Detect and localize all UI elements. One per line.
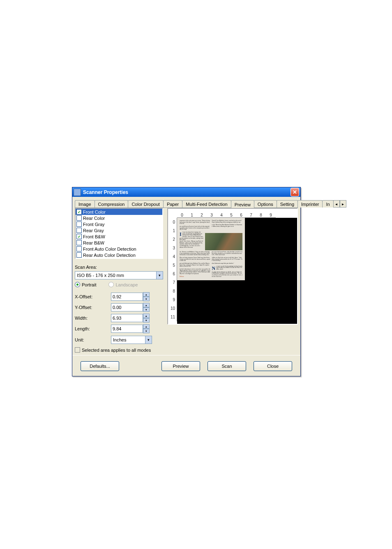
window-title: Scanner Properties (83, 189, 128, 195)
scan-area-group: Scan Area: ISO B5 - 176 x 250 mm ▾ Portr… (75, 265, 163, 353)
tab-strip: Image Compression Color Dropout Paper Mu… (75, 198, 298, 208)
tab-imprinter[interactable]: Imprinter (297, 200, 323, 208)
ruler-tick: 5 (168, 261, 177, 270)
tab-paper[interactable]: Paper (163, 200, 182, 208)
close-button[interactable]: Close (254, 361, 292, 371)
image-mode-label: Front Auto Color Detection (83, 247, 136, 251)
tab-preview[interactable]: Preview (231, 200, 254, 208)
y-offset-input[interactable]: 0.00 (111, 303, 143, 311)
all-modes-checkbox-row[interactable]: Selected area applies to all modes (75, 347, 163, 353)
spin-up-icon[interactable]: ▴ (143, 314, 150, 318)
close-icon[interactable]: ✕ (291, 188, 299, 196)
radio-label: Landscape (115, 282, 138, 287)
image-mode-rear-color[interactable]: Rear Color (76, 215, 162, 221)
spin-down-icon[interactable]: ▾ (143, 329, 150, 333)
chevron-down-icon[interactable]: ▾ (145, 336, 152, 344)
checkbox-icon[interactable] (76, 228, 82, 233)
image-mode-front-gray[interactable]: Front Gray (76, 221, 162, 227)
checkbox-icon[interactable] (76, 221, 82, 227)
image-mode-front-auto[interactable]: Front Auto Color Detection (76, 246, 162, 252)
tab-more[interactable]: In (322, 200, 333, 208)
defaults-button[interactable]: Defaults... (81, 361, 119, 371)
unit-label: Unit: (75, 337, 111, 342)
all-modes-label: Selected area applies to all modes (82, 348, 151, 353)
y-offset-spinner[interactable]: ▴▾ (143, 303, 150, 312)
spin-up-icon[interactable]: ▴ (143, 292, 150, 297)
width-input[interactable]: 6.93 (111, 314, 143, 322)
dialog-body: ✔ Front Color Rear Color Front Gray Rear… (72, 208, 300, 355)
unit-value: Inches (111, 337, 145, 342)
unit-select[interactable]: Inches ▾ (111, 336, 152, 344)
length-label: Length: (75, 326, 111, 331)
ruler-tick: 8 (168, 287, 177, 295)
image-mode-label: Front Color (83, 210, 106, 215)
image-mode-front-color[interactable]: ✔ Front Color (76, 209, 162, 215)
tab-compression[interactable]: Compression (95, 200, 129, 208)
ruler-tick: 10 (168, 304, 177, 313)
dimensions-grid: X-Offset: 0.92 ▴▾ Y-Offset: 0.00 ▴▾ Widt… (75, 292, 163, 333)
width-spinner[interactable]: ▴▾ (143, 314, 150, 323)
titlebar: Scanner Properties ✕ (72, 187, 300, 197)
ruler-tick: 6 (236, 213, 246, 218)
width-label: Width: (75, 316, 111, 321)
tab-setting[interactable]: Setting (277, 200, 298, 208)
ruler-tick: 0 (168, 218, 177, 226)
spin-down-icon[interactable]: ▾ (143, 318, 150, 323)
spin-down-icon[interactable]: ▾ (143, 297, 150, 301)
x-offset-label: X-Offset: (75, 294, 111, 299)
orientation-portrait[interactable]: Portrait (75, 282, 96, 287)
ruler-tick: 3 (207, 213, 217, 218)
checkbox-icon[interactable] (75, 347, 80, 353)
tab-scroll-left[interactable]: ◂ (333, 200, 340, 208)
scan-area-preset-select[interactable]: ISO B5 - 176 x 250 mm ▾ (75, 271, 163, 279)
horizontal-ruler: 0 1 2 3 4 5 6 7 8 9 (168, 209, 297, 218)
ruler-tick: 1 (168, 226, 177, 235)
chevron-down-icon[interactable]: ▾ (156, 272, 163, 279)
radio-icon (75, 282, 80, 287)
checkbox-icon[interactable]: ✔ (76, 234, 82, 239)
checkbox-icon[interactable] (76, 252, 82, 258)
ruler-tick: 6 (168, 270, 177, 278)
preview-photo (205, 233, 242, 250)
spin-up-icon[interactable]: ▴ (143, 303, 150, 307)
length-input[interactable]: 9.84 (111, 325, 143, 333)
x-offset-spinner[interactable]: ▴▾ (143, 292, 150, 301)
image-mode-rear-gray[interactable]: Rear Gray (76, 227, 162, 233)
ruler-tick: 4 (217, 213, 226, 218)
preview-canvas[interactable]: 0 1 2 3 4 5 6 7 8 9 0 1 (167, 208, 298, 325)
ruler-tick: 2 (168, 235, 177, 244)
tab-scroll: ◂ ▸ (333, 200, 346, 208)
scan-button[interactable]: Scan (208, 361, 246, 371)
image-mode-front-bw[interactable]: ✔ Front B&W (76, 233, 162, 240)
ruler-tick: 4 (168, 252, 177, 261)
spin-up-icon[interactable]: ▴ (143, 324, 150, 329)
preview-button[interactable]: Preview (161, 361, 200, 371)
checkbox-icon[interactable] (76, 240, 82, 245)
vertical-ruler: 0 1 2 3 4 5 6 7 8 9 10 11 (168, 218, 177, 324)
spin-down-icon[interactable]: ▾ (143, 307, 150, 312)
ruler-tick: 9 (168, 295, 177, 304)
ruler-tick: 2 (197, 213, 207, 218)
tab-image[interactable]: Image (75, 200, 95, 208)
image-mode-rear-bw[interactable]: Rear B&W (76, 240, 162, 246)
ruler-tick: 5 (226, 213, 236, 218)
checkbox-icon[interactable]: ✔ (76, 209, 82, 215)
length-spinner[interactable]: ▴▾ (143, 324, 150, 333)
tab-color-dropout[interactable]: Color Dropout (128, 200, 163, 208)
image-mode-label: Rear Color (83, 216, 105, 221)
x-offset-input[interactable]: 0.92 (111, 293, 143, 301)
checkbox-icon[interactable] (76, 215, 82, 221)
ruler-tick: 7 (246, 213, 256, 218)
preview-image-area[interactable]: response to the ad comes out on top, "Pl… (177, 218, 297, 324)
app-icon (74, 189, 81, 196)
tab-options[interactable]: Options (254, 200, 277, 208)
image-mode-rear-auto[interactable]: Rear Auto Color Detection (76, 252, 162, 258)
checkbox-icon[interactable] (76, 246, 82, 251)
ruler-tick: 11 (168, 313, 177, 321)
tab-scroll-right[interactable]: ▸ (340, 200, 346, 208)
image-selection-list[interactable]: ✔ Front Color Rear Color Front Gray Rear… (75, 208, 163, 259)
radio-label: Portrait (82, 282, 96, 287)
image-mode-label: Rear Auto Color Detection (83, 253, 136, 258)
tab-multi-feed[interactable]: Multi-Feed Detection (182, 200, 231, 208)
scanned-document-preview: response to the ad comes out on top, "Pl… (177, 218, 245, 280)
